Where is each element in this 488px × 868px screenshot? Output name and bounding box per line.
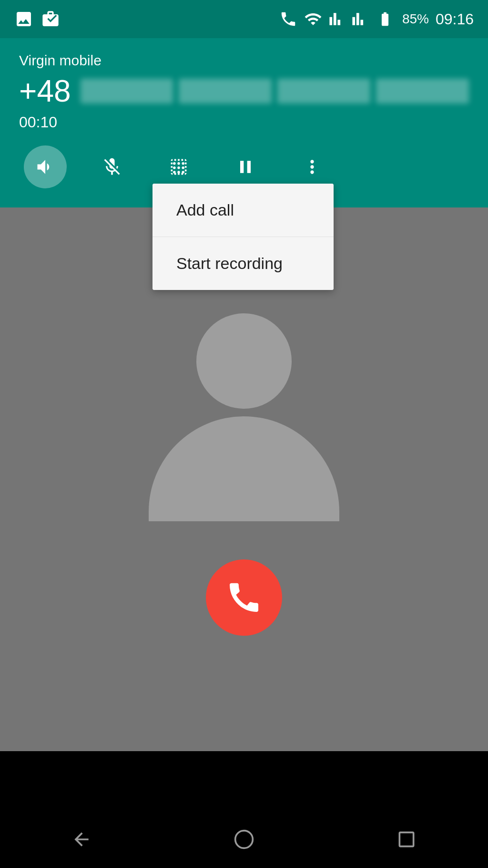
svg-point-8 (177, 171, 180, 174)
nav-bar (0, 811, 488, 868)
battery-icon (375, 11, 396, 27)
call-number: +48 (19, 73, 71, 109)
recents-icon (396, 829, 417, 850)
status-bar-left (14, 10, 60, 29)
avatar-head (196, 313, 292, 409)
status-bar: 85% 09:16 (0, 0, 488, 38)
svg-point-9 (182, 171, 184, 174)
signal2-icon (352, 11, 368, 27)
call-duration: 00:10 (19, 114, 469, 131)
svg-point-6 (182, 166, 184, 169)
time-display: 09:16 (436, 10, 474, 28)
svg-point-1 (173, 162, 176, 165)
svg-point-2 (177, 162, 180, 165)
svg-point-7 (173, 171, 176, 174)
svg-point-10 (235, 831, 253, 848)
svg-point-5 (177, 166, 180, 169)
keypad-icon (168, 156, 189, 177)
avatar-body (149, 416, 339, 521)
start-recording-menu-item[interactable]: Start recording (152, 237, 334, 290)
call-header: Virgin mobile +48 00:10 (0, 38, 488, 207)
mute-icon (102, 156, 122, 177)
end-call-button[interactable] (206, 559, 282, 636)
speaker-icon (35, 156, 56, 177)
add-call-menu-item[interactable]: Add call (152, 184, 334, 237)
speaker-button[interactable] (24, 145, 67, 188)
hold-button[interactable] (224, 145, 267, 188)
mute-button[interactable] (91, 145, 133, 188)
call-controls: Add call Start recording (19, 141, 469, 193)
pause-icon (235, 156, 256, 177)
wifi-icon (304, 10, 322, 28)
svg-rect-11 (400, 832, 414, 846)
battery-percent: 85% (402, 11, 429, 27)
recents-button[interactable] (387, 820, 426, 858)
tasks-icon (41, 10, 60, 29)
context-menu: Add call Start recording (152, 184, 334, 290)
back-button[interactable] (62, 820, 101, 858)
home-button[interactable] (225, 820, 263, 858)
svg-point-3 (182, 162, 184, 165)
keypad-button[interactable] (157, 145, 200, 188)
more-options-button[interactable]: Add call Start recording (291, 145, 334, 188)
home-icon (234, 829, 254, 850)
carrier-name: Virgin mobile (19, 52, 469, 69)
call-wifi-icon (279, 10, 297, 28)
svg-point-4 (173, 166, 176, 169)
avatar-container (149, 313, 339, 521)
status-bar-right: 85% 09:16 (279, 10, 474, 28)
more-icon (302, 156, 323, 177)
signal-icon (329, 11, 345, 27)
photo-icon (14, 10, 33, 29)
end-call-icon (225, 579, 263, 617)
back-icon (71, 829, 92, 850)
blurred-number (81, 79, 469, 103)
call-number-row: +48 (19, 73, 469, 109)
